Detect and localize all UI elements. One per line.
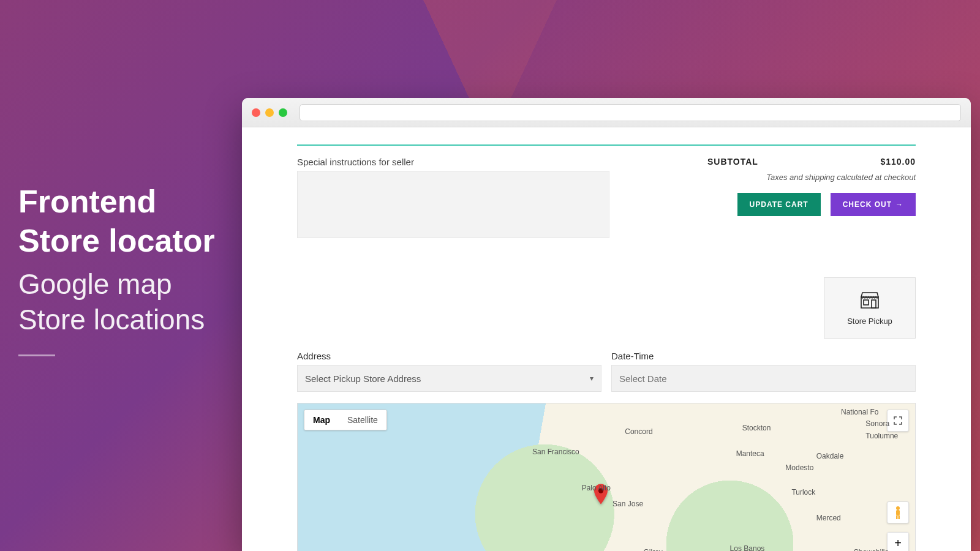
arrow-right-icon: → [895, 200, 903, 209]
store-pickup-label: Store Pickup [847, 317, 892, 326]
date-input-wrapper[interactable] [611, 365, 916, 392]
subtotal-label: SUBTOTAL [707, 157, 758, 167]
city-tuolumne: Tuolumne [865, 432, 898, 440]
address-select[interactable]: Select Pickup Store Address ▾ [297, 365, 601, 392]
window-minimize-icon[interactable] [265, 108, 274, 117]
map-tab-satellite[interactable]: Satellite [339, 410, 386, 430]
tax-note: Taxes and shipping calculated at checkou… [707, 173, 916, 182]
instructions-textarea[interactable] [297, 171, 609, 238]
city-oakdale: Oakdale [816, 452, 844, 460]
city-san-jose: San Jose [612, 500, 643, 508]
fullscreen-button[interactable] [887, 410, 909, 432]
section-divider [297, 144, 916, 146]
url-bar[interactable] [300, 104, 961, 121]
address-field: Address Select Pickup Store Address ▾ [297, 351, 601, 392]
svg-point-2 [896, 506, 900, 510]
instructions-label: Special instructions for seller [297, 157, 609, 167]
address-label: Address [297, 351, 601, 361]
pegman-icon[interactable] [887, 501, 909, 523]
city-chowchilla: Chowchilla [853, 548, 889, 551]
svg-rect-5 [899, 515, 900, 519]
datetime-field: Date-Time [611, 351, 916, 392]
zoom-in-button[interactable]: + [888, 533, 908, 551]
map[interactable]: Map Satellite + [297, 403, 916, 551]
svg-rect-4 [896, 515, 898, 519]
city-modesto: Modesto [785, 463, 813, 472]
browser-window: Special instructions for seller SUBTOTAL… [242, 98, 971, 551]
subtotal-value: $110.00 [880, 157, 916, 167]
totals-block: SUBTOTAL $110.00 Taxes and shipping calc… [707, 157, 916, 241]
browser-titlebar [242, 98, 971, 127]
city-gilroy: Gilroy [643, 548, 662, 551]
chevron-down-icon: ▾ [590, 374, 594, 383]
city-concord: Concord [625, 427, 652, 436]
city-merced: Merced [816, 514, 841, 522]
date-input[interactable] [619, 373, 908, 384]
city-los-banos: Los Banos [730, 544, 765, 551]
city-palo-alto: Palo Alto [582, 484, 611, 492]
promo-divider [18, 354, 55, 356]
city-sonora: Sonora [865, 419, 889, 428]
label-national-forest: National Fo [841, 408, 878, 416]
store-pickup-card[interactable]: Store Pickup [824, 277, 916, 339]
svg-rect-1 [872, 300, 876, 308]
city-turlock: Turlock [791, 488, 815, 497]
map-type-toggle: Map Satellite [304, 410, 387, 430]
city-manteca: Manteca [736, 449, 764, 458]
city-san-francisco: San Francisco [532, 448, 579, 456]
window-maximize-icon[interactable] [279, 108, 287, 117]
svg-rect-0 [864, 300, 869, 305]
promo-title-2: Store locator [18, 223, 215, 260]
page-content: Special instructions for seller SUBTOTAL… [242, 127, 971, 551]
datetime-label: Date-Time [611, 351, 916, 361]
checkout-button[interactable]: CHECK OUT→ [831, 193, 916, 216]
address-select-placeholder: Select Pickup Store Address [305, 373, 421, 384]
promo-title-1: Frontend [18, 184, 215, 220]
svg-rect-3 [896, 510, 900, 515]
city-stockton: Stockton [742, 424, 771, 432]
promo-sub-2: Store locations [18, 304, 215, 336]
store-icon [859, 291, 880, 312]
checkout-label: CHECK OUT [843, 200, 892, 209]
map-tab-map[interactable]: Map [304, 410, 339, 430]
window-close-icon[interactable] [252, 108, 260, 117]
promo-sub-1: Google map [18, 268, 215, 301]
zoom-controls: + − [887, 532, 909, 551]
instructions-block: Special instructions for seller [297, 157, 609, 241]
promo-text: Frontend Store locator Google map Store … [18, 184, 215, 356]
update-cart-button[interactable]: UPDATE CART [737, 193, 821, 216]
